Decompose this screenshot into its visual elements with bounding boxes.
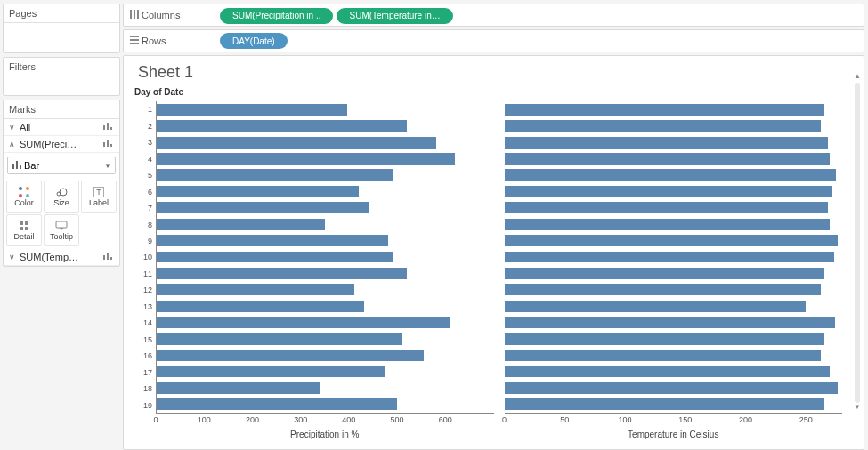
scrollbar[interactable]: ▲ ▼ (853, 72, 862, 414)
bar[interactable] (157, 398, 397, 410)
x-tick: 600 (439, 415, 452, 424)
svg-rect-14 (25, 227, 28, 230)
bar-row (505, 150, 843, 166)
bar[interactable] (157, 333, 402, 345)
bar[interactable] (505, 268, 824, 279)
bar[interactable] (505, 169, 837, 181)
svg-rect-13 (20, 227, 23, 230)
bar[interactable] (157, 219, 325, 230)
bar[interactable] (157, 186, 359, 197)
bar[interactable] (505, 202, 828, 213)
bar-row (505, 380, 843, 396)
bar[interactable] (505, 333, 824, 345)
y-tick: 5 (133, 167, 156, 183)
bar-row (505, 134, 843, 150)
bar[interactable] (157, 268, 407, 279)
x-tick: 100 (198, 415, 211, 424)
bar[interactable] (505, 120, 821, 132)
plots[interactable] (156, 101, 842, 414)
svg-rect-5 (110, 144, 112, 147)
bar-row (157, 232, 494, 248)
svg-rect-7 (16, 161, 18, 169)
tooltip-button[interactable]: Tooltip (44, 214, 79, 246)
bar[interactable] (505, 153, 831, 165)
pages-panel[interactable]: Pages (3, 4, 120, 53)
bar-row (505, 331, 843, 347)
y-tick: 16 (133, 348, 156, 364)
bar[interactable] (505, 366, 831, 378)
bar[interactable] (505, 235, 838, 246)
bar[interactable] (505, 398, 824, 410)
svg-rect-8 (20, 165, 21, 169)
size-button[interactable]: Size (44, 181, 79, 213)
button-label: Color (14, 198, 34, 207)
x-axis-label: Temperature in Celsius (505, 430, 843, 446)
scroll-down-icon[interactable]: ▼ (853, 403, 862, 414)
bar[interactable] (157, 202, 369, 213)
column-pill[interactable]: SUM(Temperature in… (337, 8, 452, 24)
plot[interactable] (505, 101, 843, 414)
size-icon (55, 187, 68, 197)
bar[interactable] (505, 186, 833, 197)
bar[interactable] (505, 137, 828, 149)
y-axis-label: Day of Date (133, 87, 186, 101)
label-button[interactable]: TLabel (81, 181, 117, 213)
x-axis-label: Precipitation in % (156, 430, 494, 446)
mark-type-label: Bar (24, 160, 104, 171)
bar-row (157, 134, 494, 150)
row-pill[interactable]: DAY(Date) (220, 33, 288, 49)
bar[interactable] (157, 120, 407, 132)
x-axes: 0100200300400500600050100150200250 (156, 414, 842, 430)
bar[interactable] (157, 317, 450, 328)
bar-row (505, 298, 843, 314)
bar[interactable] (157, 301, 364, 312)
bar[interactable] (505, 317, 835, 328)
bar[interactable] (157, 153, 455, 165)
sheet-title[interactable]: Sheet 1 (138, 63, 858, 82)
bar-row (157, 347, 494, 363)
bar[interactable] (505, 104, 824, 116)
filters-panel[interactable]: Filters (3, 57, 120, 96)
dropdown-icon: ▼ (104, 162, 111, 170)
bar[interactable] (505, 219, 831, 230)
x-tick: 150 (678, 415, 692, 424)
scroll-up-icon[interactable]: ▲ (853, 72, 862, 83)
color-icon (19, 187, 29, 197)
bar[interactable] (505, 252, 834, 263)
plot[interactable] (156, 101, 494, 414)
marks-card-label: SUM(Preci… (20, 139, 77, 149)
bar-row (157, 397, 494, 413)
bar[interactable] (157, 382, 320, 394)
column-pill[interactable]: SUM(Precipitation in .. (220, 8, 333, 24)
x-tick: 200 (246, 415, 259, 424)
bar[interactable] (157, 366, 385, 378)
columns-shelf[interactable]: Columns SUM(Precipitation in ..SUM(Tempe… (123, 4, 864, 27)
scroll-track[interactable] (855, 83, 860, 403)
y-tick: 19 (133, 397, 156, 413)
x-tick: 50 (560, 415, 569, 424)
color-button[interactable]: Color (6, 181, 42, 213)
bar[interactable] (505, 284, 821, 295)
bar[interactable] (505, 301, 807, 312)
bar[interactable] (505, 382, 838, 394)
x-tick: 500 (391, 415, 404, 424)
x-tick: 0 (153, 415, 158, 424)
marks-card-row[interactable]: ∨SUM(Temp… (4, 249, 119, 266)
bar[interactable] (157, 284, 354, 295)
marks-card-row[interactable]: ∧SUM(Preci… (4, 136, 119, 153)
bar[interactable] (157, 350, 424, 361)
bar[interactable] (157, 252, 393, 263)
mark-type-select[interactable]: Bar ▼ (7, 157, 116, 174)
y-tick: 2 (133, 117, 156, 133)
bar[interactable] (157, 235, 388, 246)
left-sidebar: Pages Filters Marks ∨All∧SUM(Preci… Bar … (0, 0, 123, 450)
bar[interactable] (157, 137, 436, 149)
svg-rect-3 (103, 142, 105, 147)
detail-button[interactable]: Detail (6, 214, 42, 246)
bar[interactable] (157, 169, 393, 181)
marks-card-row[interactable]: ∨All (4, 119, 119, 136)
rows-shelf[interactable]: Rows DAY(Date) (123, 29, 864, 52)
bar[interactable] (505, 350, 821, 361)
button-label: Detail (13, 232, 34, 241)
bar[interactable] (157, 104, 347, 116)
